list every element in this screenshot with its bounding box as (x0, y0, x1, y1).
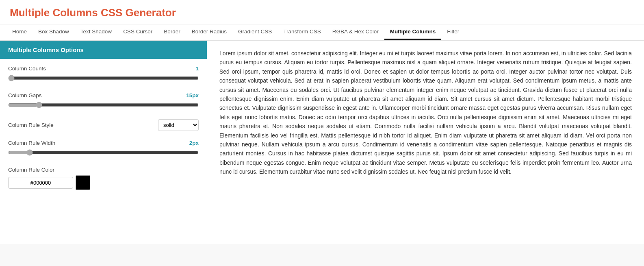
nav-item-filter[interactable]: Filter (441, 24, 465, 40)
nav-item-gradient-css[interactable]: Gradient CSS (232, 24, 278, 40)
column-counts-label: Column Counts (8, 65, 46, 72)
nav-item-home[interactable]: Home (7, 24, 33, 40)
column-rule-style-control: Column Rule Style none solid dashed dott… (8, 119, 199, 131)
column-rule-color-label: Column Rule Color (8, 167, 54, 173)
column-rule-width-control: Column Rule Width 2px (8, 140, 199, 158)
preview-text: Lorem ipsum dolor sit amet, consectetur … (219, 49, 632, 176)
column-gaps-control: Column Gaps 15px (8, 92, 199, 110)
sidebar-body: Column Counts 1 Column Gaps 15px Column … (0, 59, 207, 201)
nav-item-border-radius[interactable]: Border Radius (186, 24, 232, 40)
column-rule-style-select[interactable]: none solid dashed dotted double groove r… (158, 119, 199, 131)
nav-item-rgba-hex-color[interactable]: RGBA & Hex Color (327, 24, 384, 40)
column-rule-style-label: Column Rule Style (8, 122, 158, 128)
nav-item-border[interactable]: Border (158, 24, 186, 40)
column-counts-value: 1 (195, 65, 199, 72)
nav-item-text-shadow[interactable]: Text Shadow (75, 24, 117, 40)
color-input-group (8, 175, 199, 190)
column-rule-width-value: 2px (189, 140, 199, 146)
column-rule-width-slider[interactable] (8, 148, 199, 157)
column-gaps-value: 15px (186, 92, 199, 98)
column-rule-width-label: Column Rule Width (8, 140, 55, 146)
sidebar-header: Multiple Columns Options (0, 41, 207, 59)
preview-area: Lorem ipsum dolor sit amet, consectetur … (207, 41, 644, 244)
column-rule-color-control: Column Rule Color (8, 167, 199, 190)
column-gaps-slider[interactable] (8, 101, 199, 109)
page-header: Multiple Columns CSS Generator (0, 0, 644, 24)
color-hex-input[interactable] (8, 177, 73, 189)
main-content: Multiple Columns Options Column Counts 1… (0, 41, 644, 244)
nav-bar: HomeBox ShadowText ShadowCSS CursorBorde… (0, 24, 644, 41)
column-counts-control: Column Counts 1 (8, 65, 199, 83)
column-gaps-label: Column Gaps (8, 92, 42, 98)
color-swatch[interactable] (76, 175, 90, 190)
nav-item-css-cursor[interactable]: CSS Cursor (117, 24, 158, 40)
nav-item-box-shadow[interactable]: Box Shadow (33, 24, 75, 40)
nav-item-transform-css[interactable]: Transform CSS (278, 24, 327, 40)
sidebar: Multiple Columns Options Column Counts 1… (0, 41, 207, 244)
page-title: Multiple Columns CSS Generator (10, 7, 634, 19)
nav-item-multiple-columns[interactable]: Multiple Columns (384, 24, 442, 40)
column-counts-slider[interactable] (8, 74, 199, 82)
